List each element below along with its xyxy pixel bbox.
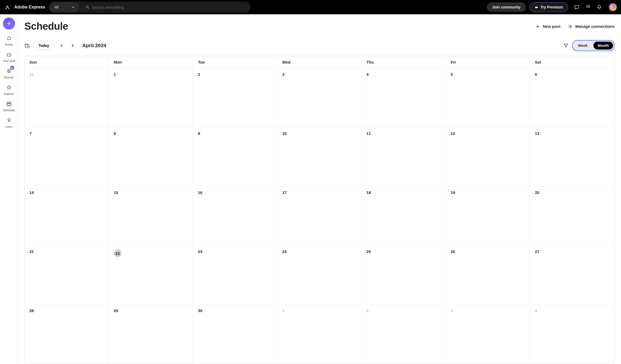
svg-point-5 <box>586 7 587 7</box>
calendar-day-cell[interactable]: 3 <box>277 68 362 127</box>
svg-point-21 <box>571 25 572 25</box>
calendar-day-cell[interactable]: 2 <box>362 305 446 364</box>
sidebar-item-your-stuff[interactable]: Your stuff <box>1 51 17 63</box>
calendar-day-cell[interactable]: 23 <box>193 246 277 305</box>
calendar-day-cell[interactable]: 21 <box>25 246 109 305</box>
apps-grid-icon[interactable] <box>585 5 591 10</box>
view-toggle: Week Month <box>572 40 615 51</box>
sidebar-item-schedule[interactable]: Schedule <box>1 100 17 112</box>
calendar-day-cell[interactable]: 4 <box>362 68 446 127</box>
filter-icon[interactable] <box>563 43 568 48</box>
search-icon <box>85 5 90 9</box>
calendar-day-cell[interactable]: 20 <box>530 187 614 246</box>
calendar-day-cell[interactable]: 26 <box>446 246 530 305</box>
calendar-day-cell[interactable]: 16 <box>193 187 277 246</box>
calendar-day-cell[interactable]: 27 <box>530 246 614 305</box>
calendar-day-cell[interactable]: 1 <box>277 305 362 364</box>
calendar-day-cell[interactable]: 7 <box>25 127 109 187</box>
day-number: 20 <box>535 190 539 195</box>
chevron-down-icon <box>72 6 75 8</box>
calendar-day-cell[interactable]: 29 <box>109 305 193 364</box>
day-number: 2 <box>366 308 369 313</box>
new-post-label: New post <box>543 24 561 29</box>
compass-icon <box>7 85 11 90</box>
sidebar-item-learn[interactable]: Learn <box>1 117 17 128</box>
sidebar-item-brands[interactable]: B Brands <box>1 67 17 79</box>
svg-point-0 <box>86 6 88 8</box>
calendar-day-cell[interactable]: 8 <box>109 127 193 187</box>
folder-icon <box>7 52 11 57</box>
sidebar-item-label: Your stuff <box>3 59 15 63</box>
view-month-button[interactable]: Month <box>593 42 613 50</box>
chevron-left-icon <box>60 44 63 47</box>
create-fab-button[interactable] <box>3 17 15 30</box>
today-button[interactable]: Today <box>33 41 54 50</box>
day-number: 18 <box>366 190 371 195</box>
try-premium-button[interactable]: Try Premium <box>530 2 568 12</box>
calendar-day-cell[interactable]: 13 <box>530 127 614 187</box>
calendar-week-row: 21222324252627 <box>25 246 614 305</box>
sidebar-item-label: Learn <box>5 125 12 128</box>
sidebar-item-label: Brands <box>4 76 14 79</box>
sidebar-item-home[interactable]: Home <box>1 34 17 46</box>
day-number: 17 <box>282 190 287 195</box>
calendar-day-cell[interactable]: 24 <box>277 246 362 305</box>
calendar-day-cell[interactable]: 11 <box>362 127 446 187</box>
next-month-button[interactable] <box>69 42 76 49</box>
manage-connections-label: Manage connections <box>575 24 615 29</box>
calendar-day-cell[interactable]: 31 <box>25 68 109 127</box>
calendar-icon <box>7 101 11 106</box>
calendar-day-cell[interactable]: 22 <box>109 246 193 305</box>
calendar-day-cell[interactable]: 4 <box>530 305 614 364</box>
brand-name: Adobe Express <box>14 5 45 10</box>
svg-point-16 <box>570 24 571 25</box>
search-input[interactable] <box>90 5 250 10</box>
plus-icon <box>6 21 12 26</box>
svg-line-1 <box>88 8 89 8</box>
calendar-day-cell[interactable]: 14 <box>25 187 109 246</box>
sidebar-item-explore[interactable]: Explore <box>1 84 17 95</box>
day-number: 15 <box>114 190 118 195</box>
day-number: 7 <box>29 131 32 136</box>
day-number: 6 <box>535 72 537 77</box>
home-icon <box>7 36 11 41</box>
calendar-day-cell[interactable]: 5 <box>446 68 530 127</box>
calendar-day-cell[interactable]: 6 <box>530 68 614 127</box>
day-number: 24 <box>282 249 287 254</box>
calendar-day-cell[interactable]: 17 <box>277 187 362 246</box>
calendar-clock-icon[interactable] <box>24 43 30 48</box>
calendar-day-cell[interactable]: 10 <box>277 127 362 187</box>
sidebar-item-label: Schedule <box>3 109 15 112</box>
calendar-day-cell[interactable]: 28 <box>25 305 109 364</box>
chat-icon[interactable] <box>574 5 580 10</box>
svg-point-17 <box>570 28 571 28</box>
calendar-day-cell[interactable]: 15 <box>109 187 193 246</box>
day-number: 4 <box>366 72 369 77</box>
user-avatar[interactable] <box>609 3 617 11</box>
calendar-day-cell[interactable]: 2 <box>193 68 277 127</box>
dow-header: Fri <box>446 56 530 68</box>
svg-point-6 <box>588 7 588 7</box>
calendar-day-cell[interactable]: 30 <box>193 305 277 364</box>
calendar-day-cell[interactable]: 3 <box>446 305 530 364</box>
calendar-day-cell[interactable]: 1 <box>109 68 193 127</box>
calendar-day-cell[interactable]: 12 <box>446 127 530 187</box>
calendar-day-cell[interactable]: 9 <box>193 127 277 187</box>
prev-month-button[interactable] <box>58 42 65 49</box>
manage-connections-button[interactable]: Manage connections <box>568 24 615 29</box>
bell-icon[interactable] <box>597 5 602 10</box>
day-number: 29 <box>114 308 118 313</box>
calendar-day-cell[interactable]: 25 <box>362 246 446 305</box>
calendar-day-cell[interactable]: 18 <box>362 187 446 246</box>
search-filter-dropdown[interactable]: All <box>50 2 79 12</box>
view-week-button[interactable]: Week <box>574 42 592 50</box>
title-bar: Schedule New post Manage connections <box>24 21 615 32</box>
join-community-button[interactable]: Join community <box>487 2 526 12</box>
calendar-day-cell[interactable]: 19 <box>446 187 530 246</box>
day-number: 8 <box>114 131 116 136</box>
dow-header: Tue <box>193 56 277 68</box>
new-post-button[interactable]: New post <box>535 24 561 29</box>
day-number: 27 <box>535 249 539 254</box>
svg-rect-11 <box>7 103 11 106</box>
svg-point-4 <box>589 5 590 6</box>
